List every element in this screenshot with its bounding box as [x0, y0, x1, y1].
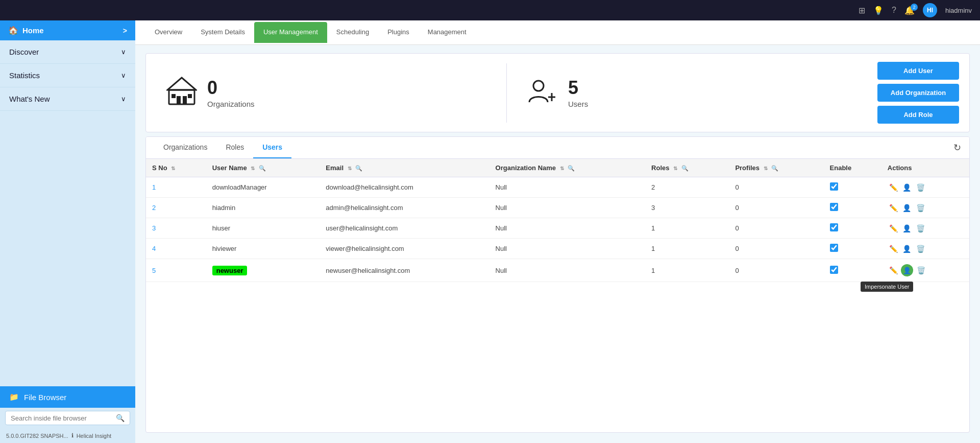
file-browser-button[interactable]: 📁 File Browser: [0, 386, 135, 408]
col-actions: Actions: [881, 159, 969, 177]
user-icon[interactable]: 👤: [902, 204, 911, 212]
org-label: Organizations: [207, 100, 255, 108]
table-tab-roles[interactable]: Roles: [216, 137, 253, 158]
add-role-button[interactable]: Add Role: [877, 106, 959, 124]
delete-icon[interactable]: 🗑️: [916, 245, 925, 253]
notification-count: 2: [911, 4, 918, 11]
filter-icon[interactable]: 🔍: [568, 165, 575, 171]
users-table: S No ⇅ User Name ⇅ 🔍 Email ⇅: [146, 159, 969, 282]
filter-icon[interactable]: 🔍: [259, 165, 266, 171]
cell-profiles: 0: [729, 198, 823, 218]
cell-actions: ✏️ 👤 🗑️: [881, 177, 969, 198]
cell-sno: 2: [146, 198, 206, 218]
help-icon[interactable]: ?: [892, 6, 896, 15]
svg-rect-4: [172, 94, 176, 98]
enable-checkbox[interactable]: [830, 266, 838, 274]
cell-sno: 3: [146, 218, 206, 239]
sort-icon[interactable]: ⇅: [560, 166, 564, 171]
cell-profiles: 0: [729, 259, 823, 282]
tab-overview[interactable]: Overview: [145, 22, 191, 43]
bulb-icon[interactable]: 💡: [873, 6, 884, 15]
sidebar: 🏠 Home > Discover ∨ Statistics ∨ What's …: [0, 20, 135, 443]
tab-system-details[interactable]: System Details: [191, 22, 254, 43]
cell-org-name: Null: [489, 177, 646, 198]
sort-icon[interactable]: ⇅: [764, 166, 768, 171]
enable-checkbox[interactable]: [830, 244, 838, 252]
refresh-icon[interactable]: ↻: [953, 142, 961, 153]
cell-username: hiuser: [206, 218, 320, 239]
delete-icon[interactable]: 🗑️: [916, 224, 925, 232]
sidebar-item-whats-new[interactable]: What's New ∨: [0, 87, 135, 111]
cell-sno: 4: [146, 239, 206, 259]
tab-scheduling[interactable]: Scheduling: [327, 22, 378, 43]
avatar[interactable]: HI: [923, 3, 937, 17]
main-tabbar: Overview System Details User Management …: [135, 20, 980, 45]
cell-actions: ✏️ 👤 🗑️: [881, 198, 969, 218]
home-icon: 🏠: [8, 26, 18, 35]
cell-actions: ✏️ 👤 🗑️: [881, 239, 969, 259]
impersonate-button[interactable]: 👤: [901, 264, 913, 276]
sort-icon[interactable]: ⇅: [251, 166, 255, 171]
user-icon[interactable]: 👤: [902, 245, 911, 253]
statistics-label: Statistics: [9, 71, 40, 80]
cell-enable[interactable]: [824, 177, 881, 198]
tab-user-management[interactable]: User Management: [254, 22, 327, 43]
user-icon[interactable]: 👤: [902, 224, 911, 232]
cell-sno: 5: [146, 259, 206, 282]
tab-management[interactable]: Management: [419, 22, 476, 43]
search-input[interactable]: [11, 414, 116, 422]
add-organization-button[interactable]: Add Organization: [877, 84, 959, 102]
sidebar-item-statistics[interactable]: Statistics ∨: [0, 64, 135, 87]
org-count: 0: [207, 77, 255, 99]
stat-actions: Add User Add Organization Add Role: [867, 54, 969, 132]
svg-marker-1: [167, 78, 196, 90]
cell-enable[interactable]: [824, 259, 881, 282]
brand-label: Helical Insight: [77, 433, 111, 439]
enable-checkbox[interactable]: [830, 203, 838, 211]
cell-enable[interactable]: [824, 198, 881, 218]
sort-icon[interactable]: ⇅: [348, 166, 352, 171]
cell-enable[interactable]: [824, 218, 881, 239]
cell-profiles: 0: [729, 218, 823, 239]
sort-icon[interactable]: ⇅: [673, 166, 677, 171]
edit-icon[interactable]: ✏️: [889, 204, 898, 212]
sidebar-toggle-icon[interactable]: >: [123, 27, 127, 35]
file-browser-search[interactable]: 🔍: [5, 411, 130, 425]
sidebar-item-discover[interactable]: Discover ∨: [0, 40, 135, 64]
cell-email: admin@helicalinsight.com: [320, 198, 489, 218]
notification-bell[interactable]: 🔔 2: [904, 6, 915, 15]
table-tab-users[interactable]: Users: [253, 137, 291, 158]
edit-icon[interactable]: ✏️: [889, 245, 898, 253]
user-icon[interactable]: 👤: [902, 183, 911, 192]
col-roles: Roles ⇅ 🔍: [645, 159, 729, 177]
filter-icon[interactable]: 🔍: [771, 165, 778, 171]
edit-icon[interactable]: ✏️: [889, 266, 898, 274]
cell-email: newuser@helicalinsight.com: [320, 259, 489, 282]
org-stat-text: 0 Organizations: [207, 77, 255, 108]
filter-icon[interactable]: 🔍: [681, 165, 689, 171]
home-button[interactable]: 🏠 Home >: [0, 20, 135, 40]
version-label: 5.0.0.GIT282 SNAPSH...: [6, 433, 68, 439]
enable-checkbox[interactable]: [830, 182, 838, 191]
edit-icon[interactable]: ✏️: [889, 183, 898, 192]
impersonate-tooltip: Impersonate User: [861, 282, 913, 292]
table-tab-organizations[interactable]: Organizations: [154, 137, 216, 158]
grid-icon[interactable]: ⊞: [859, 6, 865, 15]
username-label[interactable]: hiadminv: [945, 7, 972, 14]
filter-icon[interactable]: 🔍: [355, 165, 362, 171]
cell-org-name: Null: [489, 198, 646, 218]
delete-icon[interactable]: 🗑️: [916, 204, 925, 212]
delete-icon[interactable]: 🗑️: [916, 183, 925, 192]
user-label: Users: [568, 100, 588, 108]
cell-enable[interactable]: [824, 239, 881, 259]
svg-rect-2: [177, 96, 181, 104]
delete-icon[interactable]: 🗑️: [917, 266, 925, 274]
cell-sno: 1: [146, 177, 206, 198]
enable-checkbox[interactable]: [830, 223, 838, 231]
add-user-button[interactable]: Add User: [877, 62, 959, 80]
sort-icon[interactable]: ⇅: [171, 166, 175, 171]
cell-roles: 1: [645, 239, 729, 259]
table-row: 4 hiviewer viewer@helicalinsight.com Nul…: [146, 239, 969, 259]
edit-icon[interactable]: ✏️: [889, 224, 898, 232]
tab-plugins[interactable]: Plugins: [378, 22, 419, 43]
